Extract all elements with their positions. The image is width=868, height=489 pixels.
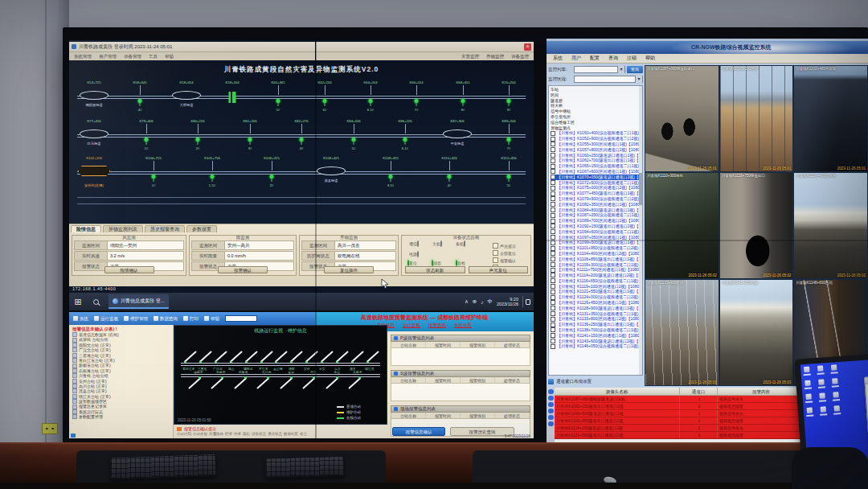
station-branch[interactable]: 永安 bbox=[319, 335, 333, 363]
sensor-node[interactable]: K86+226 6.1# bbox=[388, 118, 422, 154]
camera-feed[interactable]: 川青线K1102+480声屏障 2023-11-26 05:01 bbox=[794, 66, 867, 171]
station-branch[interactable]: 茂县 bbox=[350, 335, 363, 363]
station-branch[interactable]: 三星堆 bbox=[198, 335, 211, 363]
camera-feed[interactable]: 川青线K1110+300路堑 2023-11-26 05:02 bbox=[645, 173, 719, 278]
camera-list-item[interactable]: 【川青线】K1131+350(综合视频通道二口1视)【1080P】【室外枪机】 bbox=[551, 311, 639, 317]
menu-item[interactable]: 设备监控 bbox=[511, 54, 529, 60]
camera-list-item[interactable]: 【川青线】K1075+000(区间通道口2视)【1080P】【室外球机】 bbox=[551, 185, 639, 191]
camera-list-item[interactable]: 【川青线】K1052+900(综合视频通道二口2视)【1080P】【室外枪机】 bbox=[551, 136, 639, 142]
station-branch[interactable]: 罗江东 bbox=[259, 335, 272, 363]
sensor-node[interactable]: K82+276 4# bbox=[285, 118, 318, 154]
sensor-node[interactable]: K110+426 4# bbox=[432, 155, 466, 191]
camera-list-item[interactable]: 【川青线】K1146+050(综合视频通道二口1视)【1080P】【室外枪机】 bbox=[551, 343, 639, 349]
camera-list-item[interactable]: 【川青线】K1094+600(综合视频通道二口1视)【1080P】【室外球机】 bbox=[551, 229, 639, 235]
sensor-node[interactable]: K77+456 白马隧道 bbox=[77, 118, 111, 154]
toolbar-button[interactable]: 运行监视 bbox=[94, 316, 118, 322]
form-value[interactable]: 高川—茂县 bbox=[335, 240, 396, 250]
mini-start-icon[interactable] bbox=[71, 434, 76, 438]
network-icon[interactable]: ⊕ bbox=[473, 298, 477, 305]
toolbar-button[interactable]: 数据查询 bbox=[154, 316, 178, 322]
menu-item[interactable]: 帮助 bbox=[165, 54, 174, 60]
station-branch[interactable]: 石板滩 bbox=[235, 377, 248, 401]
dialog-window[interactable] bbox=[864, 374, 868, 466]
camera-category[interactable]: 隧道群 bbox=[551, 98, 639, 104]
green-lamp[interactable]: 复位 bbox=[405, 261, 420, 265]
sensor-node[interactable]: K53+725 榴桐寨隧道 bbox=[77, 80, 111, 115]
station-branch[interactable]: 广汉北 bbox=[213, 335, 227, 363]
toolbar-button[interactable]: 打印 bbox=[183, 316, 199, 322]
camera-list-item[interactable]: 【川青线】K1138+700(综合视频通道二口1视)【1080P】【室外球机】 bbox=[551, 327, 639, 333]
camera-list-item[interactable]: 【川青线】K1116+650(综合视频通道二口1视)【1080P】【室外枪机】 bbox=[551, 278, 639, 284]
sensor-node[interactable]: K80+226 2# bbox=[181, 118, 215, 154]
camera-list-item[interactable]: 【川青线】K1062+700(隧道出口通道口1视)【1080P】【室外枪机】 bbox=[551, 158, 639, 163]
sensor-node[interactable]: K58+654 大桥隧道 bbox=[170, 80, 203, 115]
menu-item[interactable]: 灾害监控 bbox=[461, 54, 479, 60]
form-value[interactable]: 绵阳北—安州 bbox=[108, 240, 184, 250]
camera-list-item[interactable]: 【川青线】K1065+150(综合视频通道二口1视)【1080P】【室外球机】 bbox=[551, 163, 639, 169]
camera-category[interactable]: 区间 bbox=[551, 92, 639, 98]
camera-category[interactable]: 特大桥 bbox=[551, 103, 639, 109]
station-branch[interactable]: 新都东 bbox=[211, 377, 225, 401]
chevron-up-icon[interactable]: ∧ bbox=[465, 298, 469, 305]
menu-item[interactable]: 配置 bbox=[590, 55, 600, 62]
toolbar-input[interactable] bbox=[225, 315, 257, 322]
camera-list-item[interactable]: 【川青线】K1077+450(隧道出口通道口1视)【1080P】【室外枪机】 bbox=[551, 191, 639, 196]
sensor-node[interactable]: K81+206 3# bbox=[233, 118, 267, 154]
camera-list-item[interactable]: 【川青线】K1092+150(隧道出口通道口2视)【1080P】【室外枪机】 bbox=[551, 224, 639, 229]
confirm-button[interactable]: 报警确认 bbox=[218, 266, 268, 273]
station-branch[interactable]: 绵阳 bbox=[289, 335, 302, 363]
camera-list-item[interactable]: 【川青线】K1106+850(隧道出口通道口1视)【1080P】【室外枪机】 bbox=[551, 257, 639, 262]
nav-link[interactable]: 运行监视 bbox=[403, 323, 420, 328]
camera-feed[interactable]: 川青线K1087+060隧道群进口 2023-11-26 05:01 bbox=[645, 66, 719, 171]
toolbar-button[interactable]: 帮助 bbox=[204, 316, 219, 322]
panel-tab[interactable]: 异物监测列表 bbox=[103, 225, 143, 232]
camera-category[interactable]: 车站 bbox=[551, 87, 639, 92]
camera-list-item[interactable]: 【川青线】K1057+800(区间通道口2视)【1080P】【室外枪机】 bbox=[551, 147, 639, 153]
search-icon[interactable] bbox=[93, 299, 99, 305]
window1-titlebar[interactable]: 川青铁路成黄段 登录时间 2023-11-24 05:01 bbox=[69, 42, 315, 52]
sensor-node[interactable]: K60+465 5# bbox=[261, 80, 295, 115]
panel-tab[interactable]: 险情信息 bbox=[71, 225, 101, 232]
camera-list-item[interactable]: 【川青线】K1119+100(区间通道口2视)【1080P】【室外球机】 bbox=[551, 284, 639, 290]
sensor-node[interactable]: K102+206 安州站(在建) bbox=[77, 155, 111, 191]
station-branch[interactable]: 淮口南 bbox=[257, 377, 271, 401]
camera-category[interactable]: 异物监测点 bbox=[551, 125, 639, 131]
camera-feed[interactable]: 川青线K1118+750隧道出口 2023-11-26 05:02 bbox=[720, 173, 793, 278]
sensor-node[interactable]: K105+756 1.5# bbox=[195, 155, 229, 191]
sensor-node[interactable]: K58+204 bbox=[215, 80, 249, 115]
scrollbar[interactable] bbox=[639, 86, 642, 375]
form-value[interactable]: 0.0 mm/h bbox=[225, 251, 294, 261]
camera-list-item[interactable]: 【川青线】K1055+300(区间通道口1视)【1080P】【室外球机】 bbox=[551, 142, 639, 147]
camera-list-item[interactable]: 【川青线】K1087+250(综合视频通道二口1视)【1080P】【室外枪机】 bbox=[551, 212, 639, 218]
status-option[interactable]: 全部复位 bbox=[493, 249, 528, 257]
reset-button[interactable]: 复位操作 bbox=[324, 266, 374, 273]
camera-list-item[interactable]: 【川青线】K1143+600(隧道进口通道口2视)【1080P】【室外球机】 bbox=[551, 339, 639, 344]
camera-list-item[interactable]: 【川青线】K1070+050(隧道进口通道口2视)【1080P】【室外球机】 bbox=[551, 175, 639, 180]
camera-list-item[interactable]: 【川青线】K1128+900(隧道进口通道口1视)【1080P】【室外球机】 bbox=[551, 306, 639, 311]
close-icon[interactable]: × bbox=[524, 43, 531, 51]
menu-item[interactable]: 系统管理 bbox=[74, 54, 92, 60]
ime-indicator[interactable]: 中 bbox=[487, 298, 493, 306]
sensor-node[interactable]: K84+206 5# bbox=[337, 118, 371, 154]
start-icon[interactable]: ⊞ bbox=[69, 293, 87, 310]
menu-item[interactable]: 工具 bbox=[149, 54, 158, 60]
camera-feed[interactable]: 川青线K1141+250站场 2023-11-26 05:03 bbox=[720, 280, 793, 385]
taskbar-app-button[interactable]: 川青信息成黄段 登... bbox=[108, 294, 169, 309]
tree-item[interactable]: 参数配置管理 bbox=[72, 414, 173, 419]
camera-list-item[interactable]: 【川青线】K1111+750(区间通道口1视)【1080P】【室外枪机】 bbox=[551, 267, 639, 273]
sensor-node[interactable]: K62+234 6# bbox=[308, 80, 342, 115]
alarm-confirm-button[interactable]: 报警信息确认 bbox=[392, 427, 445, 436]
section-select[interactable] bbox=[574, 76, 643, 83]
camera-category[interactable]: 信号中继站 bbox=[551, 109, 639, 114]
status-option[interactable]: 声光提示 bbox=[493, 242, 528, 249]
sensor-node[interactable]: K112+456 5# bbox=[492, 155, 526, 191]
camera-list-item[interactable]: 【川青线】K1084+800(隧道进口通道口1视)【1080P】【室外球机】 bbox=[551, 208, 639, 213]
nav-link[interactable]: 系统设置 bbox=[454, 323, 472, 328]
layout-settings-tab[interactable]: 通道窗口布局设置 bbox=[548, 376, 592, 386]
refresh-button[interactable]: 状态刷新 bbox=[405, 266, 465, 273]
camera-list-item[interactable]: 【川青线】K1133+800(区间通道口2视)【1080P】【室外球机】 bbox=[551, 316, 639, 322]
camera-list-item[interactable]: 【川青线】K1141+150(区间通道口1视)【1080P】【室外枪机】 bbox=[551, 333, 639, 339]
menu-item[interactable]: 查询 bbox=[608, 55, 618, 62]
station-branch[interactable]: 仓山 bbox=[326, 377, 340, 401]
sensor-node[interactable]: K108+425 茂县隧道 bbox=[314, 155, 348, 191]
